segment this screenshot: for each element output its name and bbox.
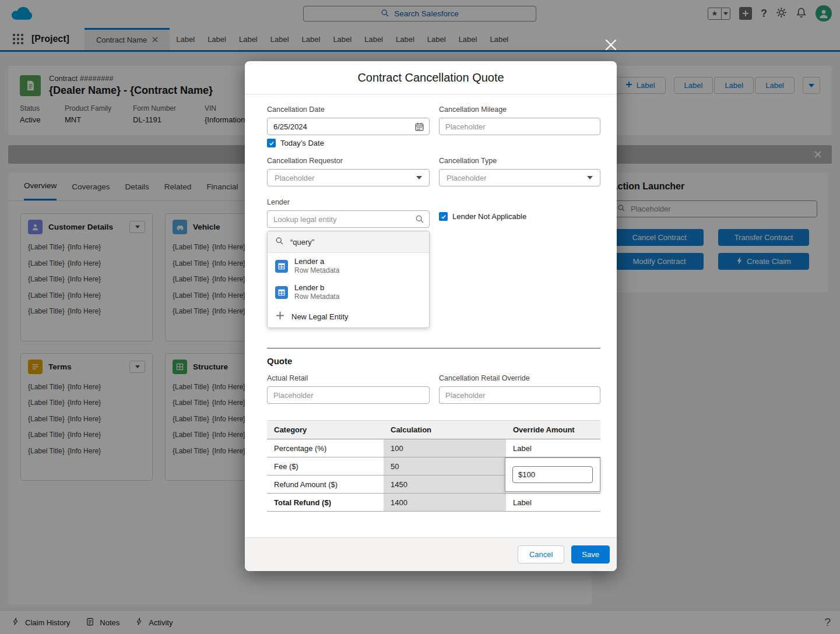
cancellation-date-field: Cancellation Date Today’s Date [267, 105, 430, 147]
calendar-icon[interactable] [414, 122, 424, 133]
modal-title: Contract Cancellation Quote [357, 71, 504, 84]
cancellation-type-field: Cancellation Type Placeholder [439, 157, 600, 186]
quote-section-heading: Quote [267, 356, 600, 366]
actual-retail-input[interactable] [267, 386, 430, 404]
contract-cancellation-quote-modal: Contract Cancellation Quote Cancellation… [245, 61, 617, 571]
lender-label: Lender [267, 198, 430, 207]
override-amount-cell[interactable]: Label [506, 494, 600, 512]
override-amount-cell[interactable]: Label [506, 439, 600, 457]
todays-date-checkbox[interactable] [267, 139, 276, 147]
legal-entity-icon [275, 260, 288, 273]
cancellation-type-label: Cancellation Type [439, 157, 600, 165]
cancellation-retail-override-label: Cancellation Retail Override [439, 374, 600, 383]
cancellation-mileage-label: Cancellation Mileage [439, 105, 600, 114]
cancellation-date-input[interactable] [267, 118, 430, 135]
modal-close-icon[interactable] [603, 37, 618, 52]
lookup-result-lender-a[interactable]: Lender a Row Metadata [268, 253, 429, 279]
cancellation-type-select[interactable]: Placeholder [439, 169, 600, 186]
cancellation-requestor-select[interactable]: Placeholder [267, 169, 430, 186]
cancellation-mileage-field: Cancellation Mileage [439, 105, 600, 147]
plus-icon [276, 311, 284, 322]
lender-not-applicable-field: Lender Not Applicable [439, 198, 600, 328]
quote-table: Category Calculation Override Amount Per… [267, 420, 600, 512]
column-header-override-amount: Override Amount [506, 421, 600, 439]
column-header-category: Category [267, 421, 384, 439]
modal-footer: Cancel Save [245, 537, 617, 571]
cancellation-date-label: Cancellation Date [267, 105, 430, 114]
save-button[interactable]: Save [571, 545, 610, 563]
lender-not-applicable-label: Lender Not Applicable [452, 212, 526, 221]
chevron-down-icon [587, 176, 593, 179]
lender-not-applicable-checkbox[interactable] [439, 212, 448, 221]
search-icon [275, 237, 284, 247]
override-amount-editor [505, 457, 600, 492]
table-row-total: Total Refund ($) 1400 Label [267, 494, 600, 512]
lender-field: Lender “query” [267, 198, 430, 328]
cancellation-requestor-field: Cancellation Requestor Placeholder [267, 157, 430, 186]
lender-lookup-dropdown: “query” Lender a Row Metadata [267, 231, 430, 328]
todays-date-label: Today’s Date [280, 139, 324, 147]
search-icon [415, 214, 424, 226]
section-divider [267, 348, 600, 348]
actual-retail-label: Actual Retail [267, 374, 430, 383]
cancel-button[interactable]: Cancel [518, 545, 564, 563]
chevron-down-icon [416, 176, 422, 179]
lender-lookup-input[interactable] [267, 210, 430, 228]
lookup-result-lender-b[interactable]: Lender b Row Metadata [268, 279, 429, 305]
new-legal-entity-option[interactable]: New Legal Entity [268, 305, 429, 327]
check-icon [441, 214, 447, 220]
salesforce-app: Search Salesforce ★ ? [0, 0, 840, 634]
cancellation-retail-override-field: Cancellation Retail Override [439, 374, 600, 404]
table-row: Percentage (%) 100 Label [267, 439, 600, 457]
actual-retail-field: Actual Retail [267, 374, 430, 404]
cancellation-requestor-label: Cancellation Requestor [267, 157, 430, 165]
legal-entity-icon [275, 286, 288, 299]
check-icon [269, 140, 275, 146]
lookup-query-row[interactable]: “query” [268, 231, 429, 253]
cancellation-mileage-input[interactable] [439, 118, 600, 135]
override-amount-input[interactable] [512, 466, 593, 483]
cancellation-retail-override-input[interactable] [439, 386, 600, 404]
column-header-calculation: Calculation [384, 421, 506, 439]
